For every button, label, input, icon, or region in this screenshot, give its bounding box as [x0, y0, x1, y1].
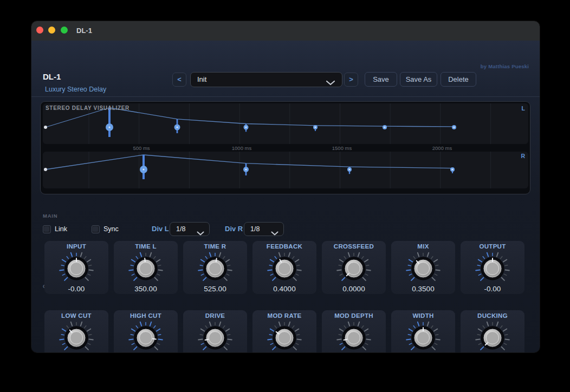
div-l-dropdown[interactable]: 1/8 [170, 222, 210, 236]
knob-cell-output: OUTPUT -0.00 [461, 241, 524, 294]
knob-cell-drive: DRIVE 0.1000 [183, 310, 247, 353]
left-channel-label: L [522, 105, 525, 112]
plugin-body: by Matthias Pueski DL-1 Luxury Stereo De… [31, 41, 540, 352]
preset-prev-button[interactable]: < [172, 73, 186, 87]
knob-value[interactable]: 0.4000 [252, 285, 316, 293]
div-r-label: Div R [225, 222, 243, 236]
time-tick-label: 2000 ms [432, 145, 452, 151]
header-divider [31, 96, 540, 97]
zoom-button[interactable] [61, 27, 68, 34]
knob-cell-mix: MIX 0.3500 [391, 241, 455, 294]
app-tagline: Luxury Stereo Delay [45, 86, 106, 93]
div-r-value: 1/8 [250, 225, 260, 233]
knob-cell-time-l: TIME L 350.00 [114, 241, 178, 294]
time-tick-label: 1000 ms [232, 145, 251, 151]
save-button[interactable]: Save [365, 72, 397, 87]
stereo-delay-visualizer-panel: STEREO DELAY VISUALIZER L 500 ms 1000 ms… [40, 101, 530, 194]
knob-cell-ducking: DUCKING 0.0000 [461, 310, 524, 353]
knob-cell-width: WIDTH 1.0000 [391, 310, 455, 353]
window-title: DL-1 [76, 27, 92, 35]
sync-checkbox[interactable] [92, 225, 100, 233]
knob-cell-time-r: TIME R 525.00 [183, 241, 247, 294]
main-section-label: MAIN [43, 213, 57, 219]
author-credit: by Matthias Pueski [481, 63, 529, 69]
save-as-button[interactable]: Save As [400, 72, 437, 87]
knob-cell-mod-rate: MOD RATE 0.300 [252, 310, 316, 353]
knob-value[interactable]: -0.00 [461, 285, 524, 293]
knob-value[interactable]: 0.3500 [391, 285, 455, 293]
div-r-dropdown[interactable]: 1/8 [244, 222, 284, 236]
minimize-button[interactable] [48, 27, 55, 34]
ducking-knob[interactable] [470, 315, 515, 353]
time-tick-label: 1500 ms [332, 145, 352, 151]
screen: DL-1 by Matthias Pueski DL-1 Luxury Ster… [0, 0, 570, 392]
knob-value[interactable]: 525.00 [183, 285, 247, 293]
right-channel-label: R [521, 153, 525, 159]
app-name: DL-1 [43, 72, 61, 81]
link-checkbox-fill [44, 226, 49, 232]
knob-value[interactable]: 0.0000 [322, 285, 386, 293]
preset-next-button[interactable]: > [344, 73, 358, 87]
preset-combobox[interactable]: Init [190, 72, 342, 87]
knob-row-2: LOW CUT 80 HIGH CUT 10000 DRIVE 0.1000 M… [31, 310, 540, 353]
chevron-down-icon [271, 228, 278, 238]
low-cut-knob[interactable] [54, 315, 99, 353]
knob-cell-crossfeed: CROSSFEED 0.0000 [322, 241, 386, 294]
knob-value[interactable]: -0.00 [44, 285, 108, 293]
knob-cell-high-cut: HIGH CUT 10000 [114, 310, 178, 353]
delete-button[interactable]: Delete [441, 72, 476, 87]
sync-checkbox-fill [93, 226, 98, 232]
mod-depth-knob[interactable] [331, 315, 377, 353]
link-label: Link [55, 225, 67, 233]
preset-value: Init [197, 75, 206, 83]
div-l-value: 1/8 [176, 225, 185, 233]
link-checkbox[interactable] [43, 225, 51, 233]
div-l-label: Div L [152, 222, 169, 236]
width-knob[interactable] [400, 315, 446, 353]
knob-cell-mod-depth: MOD DEPTH 0.1000 [322, 310, 386, 353]
sync-label: Sync [103, 225, 119, 233]
high-cut-knob[interactable] [123, 315, 169, 353]
time-axis: 500 ms 1000 ms 1500 ms 2000 ms [43, 144, 528, 152]
knob-cell-feedback: FEEDBACK 0.4000 [252, 241, 316, 294]
titlebar: DL-1 [31, 21, 540, 41]
drive-knob[interactable] [192, 315, 238, 353]
visualizer-title: STEREO DELAY VISUALIZER [46, 105, 129, 111]
mod-rate-knob[interactable] [262, 315, 307, 353]
close-button[interactable] [36, 27, 43, 34]
knob-cell-input: INPUT -0.00 [44, 241, 108, 294]
plugin-window: DL-1 by Matthias Pueski DL-1 Luxury Ster… [31, 21, 540, 353]
delay-lane-right[interactable] [43, 152, 528, 188]
knob-value[interactable]: 350.00 [114, 285, 178, 293]
knob-row-1: INPUT -0.00 TIME L 350.00 TIME R 525.00 … [31, 241, 540, 294]
time-tick-label: 500 ms [133, 145, 150, 151]
chevron-down-icon [197, 228, 204, 238]
knob-cell-low-cut: LOW CUT 80 [44, 310, 108, 353]
chevron-down-icon [326, 78, 335, 88]
